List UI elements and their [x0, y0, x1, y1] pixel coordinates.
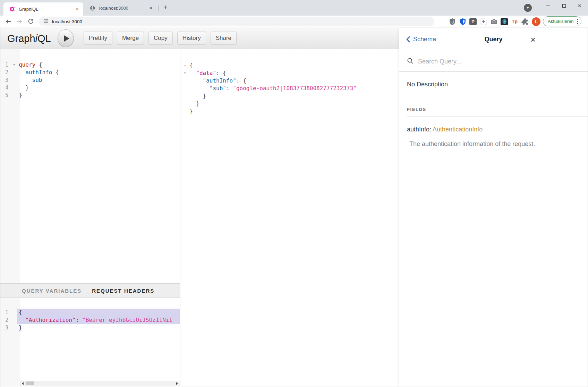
graphql-logo-icon [8, 6, 16, 13]
bitwarden-extension-icon[interactable] [459, 18, 466, 25]
horizontal-scrollbar[interactable] [20, 381, 180, 386]
request-headers-editor[interactable]: 1{2 "Authorization": "Bearer eyJhbGciOiJ… [0, 298, 180, 386]
code-text: { [17, 309, 180, 316]
tab-graphiql[interactable]: GraphiQL × [3, 2, 83, 16]
reload-icon[interactable] [27, 18, 34, 25]
code-line[interactable]: 1{ [0, 309, 180, 316]
execute-query-button[interactable] [58, 29, 74, 47]
doc-back-link[interactable]: Schema [406, 36, 436, 43]
result-viewer: ▾{▾ "data": { "authInfo": { "sub": "goog… [180, 49, 399, 386]
code-text: authInfo { [17, 69, 180, 76]
code-text: } [17, 324, 180, 332]
fold-gutter [11, 76, 17, 84]
code-line[interactable]: 2 "Authorization": "Bearer eyJhbGciOiJSU… [0, 316, 180, 324]
extensions-row: P + Tp L [449, 16, 540, 27]
doc-close-icon[interactable]: × [530, 35, 536, 44]
browser-titlebar: GraphiQL × localhost:3000 × + ▾ × [0, 0, 588, 16]
fields-divider [407, 117, 588, 117]
tab-request-headers[interactable]: REQUEST HEADERS [92, 288, 154, 294]
code-line[interactable]: } [180, 100, 399, 108]
address-bar[interactable]: localhost:3000 [39, 17, 434, 26]
new-tab-button[interactable]: + [161, 3, 170, 12]
fields-section-label: FIELDS [407, 107, 580, 112]
minimize-button[interactable] [540, 0, 556, 11]
chrome-update-button[interactable]: Aktualisieren [543, 16, 581, 26]
tab-separator [158, 5, 159, 11]
code-line[interactable]: 5} [0, 92, 180, 99]
graphiql-toolbar: Prettify Merge Copy History Share [84, 32, 237, 44]
code-text: "data": { [189, 69, 399, 77]
copy-button[interactable]: Copy [148, 32, 173, 44]
line-number: 2 [0, 316, 11, 324]
maximize-button[interactable] [556, 0, 572, 11]
browser-toolbar: localhost:3000 P + Tp L [0, 16, 588, 27]
fold-arrow-icon[interactable]: ▾ [180, 62, 189, 69]
screenshot-extension-icon[interactable] [490, 18, 497, 25]
forward-icon[interactable] [16, 18, 23, 25]
code-text: { [189, 62, 399, 69]
code-line[interactable]: } [180, 92, 399, 100]
no-description-text: No Description [407, 81, 580, 88]
code-line[interactable]: } [180, 108, 399, 115]
fold-gutter [180, 100, 189, 108]
doc-search-input[interactable] [417, 58, 549, 66]
tab-localhost[interactable]: localhost:3000 × [86, 3, 155, 13]
code-line[interactable]: 3} [0, 324, 180, 332]
chevron-left-icon [406, 36, 410, 43]
back-icon[interactable] [5, 18, 12, 25]
fold-gutter [180, 92, 189, 100]
profile-avatar[interactable]: L [532, 17, 540, 26]
share-button[interactable]: Share [211, 32, 237, 44]
scrollbar-thumb[interactable] [26, 381, 34, 385]
secondary-editor-titlebar: QUERY VARIABLES REQUEST HEADERS [0, 283, 180, 298]
fold-arrow-icon[interactable]: ▾ [11, 61, 17, 69]
tp-extension-icon[interactable]: Tp [511, 18, 518, 25]
code-line[interactable]: ▾ "data": { [180, 69, 399, 77]
fold-gutter [180, 77, 189, 85]
p-extension-icon[interactable]: P [469, 18, 477, 25]
field-type-link[interactable]: AuthenticationInfo [433, 126, 483, 133]
code-text: } [189, 108, 399, 115]
fold-gutter [11, 324, 17, 332]
url-text: localhost:3000 [52, 19, 82, 24]
fold-arrow-icon[interactable]: ▾ [180, 69, 189, 77]
code-line[interactable]: "authInfo": { [180, 77, 399, 85]
code-line[interactable]: ▾{ [180, 62, 399, 69]
doc-search-row [399, 51, 588, 72]
code-text: query { [17, 61, 180, 69]
browser-window: GraphiQL × localhost:3000 × + ▾ × [0, 0, 588, 387]
code-text: "Authorization": "Bearer eyJhbGciOiJSUzI… [17, 316, 180, 324]
code-text: } [17, 84, 180, 92]
line-number: 1 [0, 309, 11, 316]
code-text: "authInfo": { [189, 77, 399, 85]
tab-close-icon[interactable]: × [148, 5, 154, 11]
field-name-link[interactable]: authInfo [407, 126, 429, 133]
merge-button[interactable]: Merge [117, 32, 144, 44]
doc-explorer-body: No Description FIELDS authInfo: Authenti… [399, 81, 588, 148]
code-line[interactable]: 3 sub [0, 76, 180, 84]
code-line[interactable]: "sub": "google-oauth2|108377380082777232… [180, 85, 399, 92]
ublock-extension-icon[interactable] [449, 18, 456, 25]
scroll-right-arrow[interactable] [174, 381, 180, 386]
query-editor[interactable]: 1▾query {2 authInfo {3 sub4 }5} [0, 49, 180, 283]
tab-close-icon[interactable]: × [74, 6, 80, 12]
scroll-left-arrow[interactable] [20, 381, 25, 386]
field-separator: : [429, 126, 433, 133]
site-globe-icon [43, 18, 49, 25]
code-line[interactable]: 2 authInfo { [0, 69, 180, 76]
window-close-button[interactable]: × [572, 0, 587, 11]
history-button[interactable]: History [177, 32, 206, 44]
fold-gutter [11, 316, 17, 324]
code-line[interactable]: 1▾query { [0, 61, 180, 69]
download-indicator-icon[interactable]: ▾ [524, 4, 532, 12]
kebab-menu-icon[interactable] [576, 18, 579, 25]
react-devtools-icon[interactable] [501, 18, 508, 25]
extensions-puzzle-icon[interactable] [521, 18, 529, 25]
code-line[interactable]: 4 } [0, 84, 180, 92]
doc-explorer-panel: Query Schema × No Description FIELDS aut… [399, 28, 588, 387]
code-text: } [17, 92, 180, 99]
prettify-button[interactable]: Prettify [84, 32, 112, 44]
move-extension-icon[interactable]: + [480, 18, 487, 25]
tab-query-variables[interactable]: QUERY VARIABLES [22, 288, 82, 294]
doc-back-label: Schema [413, 36, 436, 43]
